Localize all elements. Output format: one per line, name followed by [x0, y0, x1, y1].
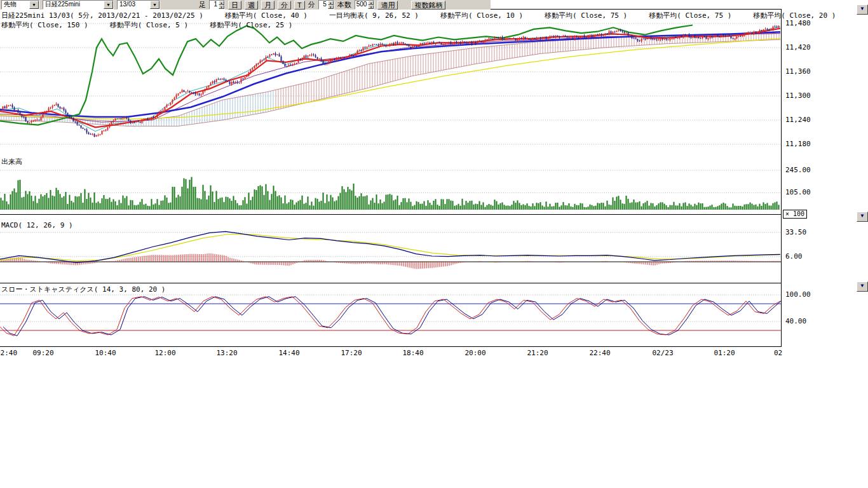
x-tick-label: 20:00: [465, 349, 485, 357]
volume-multiplier-badge: × 100: [783, 210, 807, 219]
legend-item: 移動平均( Close, 40 ): [225, 11, 308, 20]
y-tick-label: 11,300: [785, 92, 811, 100]
interval-value: 5: [319, 1, 328, 9]
interval-stepper[interactable]: 5 ▴▾: [318, 0, 334, 10]
y-tick-label: 40.00: [785, 317, 806, 325]
x-tick-label: 02:40: [0, 349, 17, 357]
stepper-arrows-icon[interactable]: ▴▾: [368, 1, 374, 9]
apply-button[interactable]: 適用: [377, 1, 398, 10]
x-tick-label: 02/23: [652, 349, 673, 357]
trading-chart-window: { "toolbar": { "instrument_type": "先物", …: [0, 0, 868, 488]
period-value-stepper[interactable]: 1 ▴▾: [209, 0, 225, 10]
bars-count-value: 500: [355, 1, 369, 9]
symbol-value: 日経225mini: [43, 1, 104, 9]
y-tick-label: 105.00: [785, 188, 811, 196]
x-tick-label: 13:20: [216, 349, 237, 357]
y-tick-label: 11,180: [785, 140, 811, 148]
stepper-arrows-icon[interactable]: ▴▾: [219, 1, 224, 9]
x-tick-label: 21:20: [527, 349, 548, 357]
instrument-type-select[interactable]: 先物 ▼: [1, 0, 39, 10]
macd-pane-title: MACD( 12, 26, 9 ): [1, 221, 73, 229]
y-tick-label: 6.00: [785, 252, 803, 261]
contract-month-select[interactable]: 13/03 ▼: [117, 0, 160, 10]
symbol-select[interactable]: 日経225mini ▼: [43, 0, 114, 10]
period-button-day[interactable]: 日: [228, 1, 241, 10]
period-button-week[interactable]: 週: [245, 1, 258, 10]
selected-period-label: 分: [308, 0, 315, 10]
y-tick-label: 11,420: [785, 43, 811, 51]
instrument-type-value: 先物: [2, 1, 29, 9]
x-tick-label: 17:20: [341, 349, 362, 357]
y-tick-label: 33.50: [785, 228, 806, 236]
y-tick-label: 11,240: [785, 116, 811, 124]
period-button-minute[interactable]: 分: [278, 1, 291, 10]
x-tick-label: 22:40: [589, 349, 610, 357]
macd-pane-dropdown-button[interactable]: ▼: [857, 212, 868, 222]
legend-row-2: 移動平均( Close, 150 ) 移動平均( Close, 5 ) 移動平均…: [1, 20, 292, 30]
legend-item: 移動平均( Close, 150 ): [1, 20, 88, 30]
price-pane-dropdown-button[interactable]: ▼: [857, 4, 868, 15]
legend-item: 移動平均( Close, 20 ): [753, 11, 836, 20]
x-tick-label: 10:40: [95, 349, 116, 357]
contract-month-value: 13/03: [118, 1, 150, 9]
legend-item: 日経225mini 13/03( 5分, 2013/02/21 - 2013/0…: [1, 11, 203, 20]
toolbar: 先物 ▼ 日経225mini ▼ 13/03 ▼ 足 1 ▴▾ 日 週 月 分 …: [0, 0, 491, 10]
chevron-down-icon[interactable]: ▼: [150, 1, 159, 9]
legend-row-1: 日経225mini 13/03( 5分, 2013/02/21 - 2013/0…: [1, 11, 836, 20]
y-tick-label: 100.00: [785, 290, 811, 299]
legend-item: 移動平均( Close, 5 ): [110, 20, 188, 30]
period-type-label: 足: [199, 0, 206, 10]
x-tick-label: 02: [774, 349, 782, 357]
x-tick-label: 01:20: [714, 349, 735, 357]
chart-canvas[interactable]: [0, 0, 782, 348]
legend-item: 一目均衡表( 9, 26, 52 ): [329, 11, 419, 20]
legend-item: 移動平均( Close, 75 ): [545, 11, 627, 20]
chevron-down-icon[interactable]: ▼: [29, 1, 39, 9]
multi-symbol-button[interactable]: 複数銘柄: [411, 1, 445, 10]
legend-item: 移動平均( Close, 75 ): [649, 11, 731, 20]
x-tick-label: 09:20: [32, 349, 53, 357]
legend-item: 移動平均( Close, 10 ): [440, 11, 523, 20]
bars-count-stepper[interactable]: 500 ▴▾: [355, 0, 375, 10]
x-tick-label: 14:40: [278, 349, 299, 357]
stepper-arrows-icon[interactable]: ▴▾: [328, 1, 334, 9]
x-tick-label: 12:00: [154, 349, 175, 357]
stochastics-pane-dropdown-button[interactable]: ▼: [857, 281, 868, 292]
x-tick-label: 18:40: [402, 349, 423, 357]
legend-item: 移動平均( Close, 25 ): [210, 20, 292, 30]
period-value: 1: [210, 1, 219, 9]
period-button-tick[interactable]: T: [294, 1, 305, 10]
volume-pane-title: 出来高: [1, 157, 22, 166]
y-tick-label: 245.00: [785, 166, 811, 174]
stochastics-pane-title: スロー・ストキャスティクス( 14, 3, 80, 20 ): [1, 285, 165, 294]
period-button-month[interactable]: 月: [261, 1, 275, 10]
chevron-down-icon[interactable]: ▼: [104, 1, 113, 9]
x-axis-labels: 02:4009:2010:4012:0013:2014:4017:2018:40…: [0, 349, 783, 358]
bars-count-label: 本数: [337, 0, 351, 10]
y-tick-label: 11,360: [785, 67, 811, 76]
